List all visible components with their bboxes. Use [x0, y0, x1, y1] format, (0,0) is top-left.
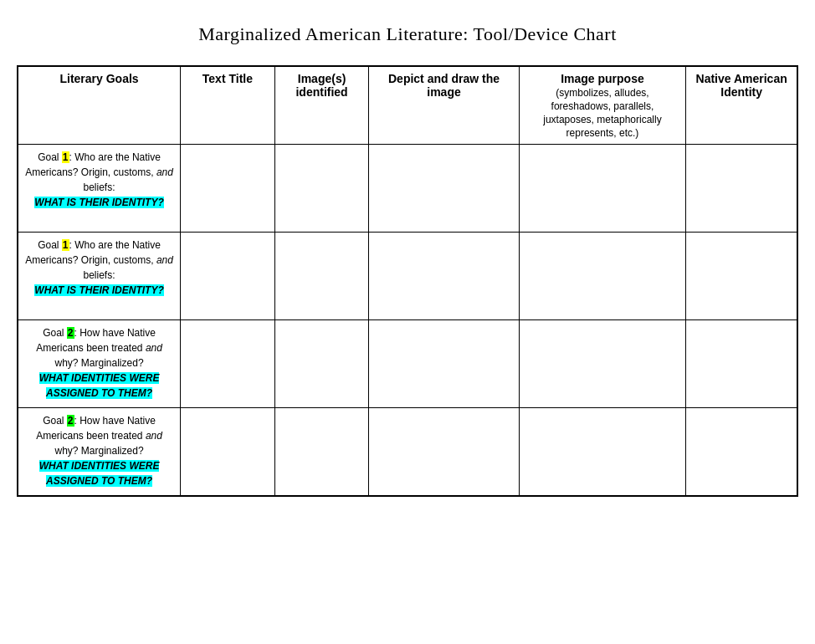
image-purpose-label: Image purpose — [561, 72, 644, 85]
image-purpose-sub-label: (symbolizes, alludes, foreshadows, paral… — [543, 87, 661, 139]
native-american-cell — [686, 145, 797, 233]
depict-draw-cell — [369, 145, 519, 233]
page-title: Marginalized American Literature: Tool/D… — [17, 23, 798, 45]
table-row: Goal 2: How have Native Americans been t… — [18, 320, 797, 408]
depict-draw-cell — [369, 320, 519, 408]
goal-text-before: Goal — [43, 327, 67, 339]
literary-goals-cell: Goal 2: How have Native Americans been t… — [18, 320, 181, 408]
images-identified-cell — [274, 408, 369, 496]
image-purpose-cell — [519, 145, 686, 233]
col-header-native-american: Native American Identity — [686, 66, 797, 145]
goal-text-before: Goal — [43, 415, 67, 427]
col-header-images-identified: Image(s) identified — [274, 66, 369, 145]
image-purpose-cell — [519, 408, 686, 496]
images-identified-cell — [274, 233, 369, 320]
text-title-cell — [181, 145, 275, 233]
text-title-cell — [181, 233, 275, 320]
literary-goals-cell: Goal 1: Who are the Native Americans? Or… — [18, 233, 181, 320]
goal-and: and — [146, 342, 162, 354]
goal-number: 2 — [67, 415, 74, 427]
depict-draw-cell — [369, 408, 519, 496]
image-purpose-cell — [519, 233, 686, 320]
goal-text-main2: why? Marginalized? — [55, 357, 144, 369]
col-header-text-title: Text Title — [181, 66, 275, 145]
table-row: Goal 2: How have Native Americans been t… — [18, 408, 797, 496]
col-header-depict-draw: Depict and draw the image — [369, 66, 519, 145]
goal-and: and — [156, 254, 173, 266]
goal-number: 1 — [62, 151, 69, 163]
goal-text-main2: beliefs: — [84, 269, 115, 281]
images-identified-cell — [274, 320, 369, 408]
goal-text-before: Goal — [38, 151, 62, 163]
goal-and: and — [146, 430, 162, 442]
table-row: Goal 1: Who are the Native Americans? Or… — [18, 233, 797, 320]
goal-cyan-text: WHAT IS THEIR IDENTITY? — [34, 197, 163, 208]
images-identified-cell — [274, 145, 369, 233]
col-header-literary-goals: Literary Goals — [18, 66, 181, 145]
literary-goals-cell: Goal 1: Who are the Native Americans? Or… — [18, 145, 181, 233]
depict-draw-cell — [369, 233, 519, 320]
text-title-cell — [181, 320, 275, 408]
text-title-cell — [181, 408, 275, 496]
main-table: Literary Goals Text Title Image(s) ident… — [17, 65, 798, 497]
goal-number: 1 — [62, 239, 69, 251]
goal-cyan-text: WHAT IDENTITIES WERE ASSIGNED TO THEM? — [39, 372, 160, 399]
goal-text-before: Goal — [38, 239, 62, 251]
image-purpose-cell — [519, 320, 686, 408]
goal-text-main2: beliefs: — [84, 181, 115, 193]
goal-cyan-text: WHAT IDENTITIES WERE ASSIGNED TO THEM? — [39, 460, 160, 487]
native-american-cell — [686, 320, 797, 408]
native-american-cell — [686, 233, 797, 320]
goal-number: 2 — [67, 327, 74, 339]
literary-goals-cell: Goal 2: How have Native Americans been t… — [18, 408, 181, 496]
goal-and: and — [156, 166, 173, 178]
col-header-image-purpose: Image purpose (symbolizes, alludes, fore… — [519, 66, 686, 145]
table-row: Goal 1: Who are the Native Americans? Or… — [18, 145, 797, 233]
goal-cyan-text: WHAT IS THEIR IDENTITY? — [34, 284, 163, 296]
goal-text-main2: why? Marginalized? — [55, 445, 144, 457]
native-american-cell — [686, 408, 797, 496]
